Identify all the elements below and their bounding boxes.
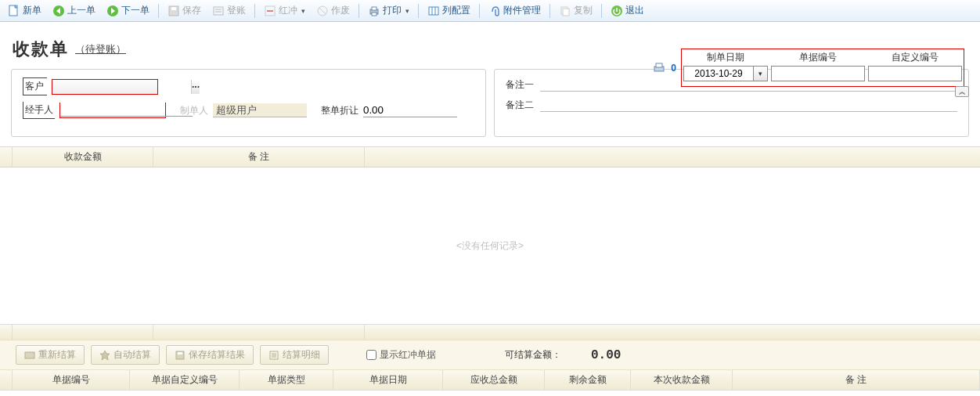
grid-empty-text: <没有任何记录>	[456, 239, 524, 253]
toolbar-separator	[358, 4, 359, 18]
handler-field[interactable]	[59, 103, 166, 118]
col-docno[interactable]: 单据编号	[13, 370, 130, 390]
col-amount[interactable]: 收款金额	[13, 147, 153, 167]
post-icon	[212, 5, 225, 17]
remark2-input[interactable]	[540, 98, 957, 112]
show-red-checkbox[interactable]: 显示红冲单据	[366, 348, 436, 362]
columns-button[interactable]: 列配置	[423, 2, 475, 19]
svg-rect-13	[563, 9, 569, 16]
discount-label: 整单折让	[321, 104, 358, 117]
autosettle-icon	[99, 350, 110, 361]
toolbar-separator	[254, 4, 255, 18]
show-red-checkbox-input[interactable]	[366, 350, 377, 360]
exit-button[interactable]: 退出	[606, 2, 649, 19]
discount-input[interactable]	[363, 103, 457, 117]
save-result-button[interactable]: 保存结算结果	[166, 345, 254, 365]
remark1-label: 备注一	[506, 78, 534, 92]
new-doc-icon	[8, 5, 20, 17]
prev-doc-button[interactable]: 上一单	[48, 2, 100, 19]
left-panel: 客户 ··· 经手人 制单人 整单折让	[11, 69, 486, 137]
toolbar-separator	[601, 4, 602, 18]
toolbar-separator	[479, 4, 480, 18]
void-icon	[316, 5, 329, 17]
red-label: 红冲	[279, 4, 297, 17]
print-label: 打印	[383, 4, 402, 17]
customer-label: 客户	[23, 77, 47, 95]
exit-label: 退出	[625, 4, 644, 17]
col-receivable[interactable]: 应收总金额	[443, 370, 545, 390]
copy-button[interactable]: 复制	[554, 2, 597, 19]
svg-rect-5	[214, 7, 223, 15]
settle-detail-button[interactable]: 结算明细	[260, 345, 329, 365]
save-result-icon	[175, 350, 186, 361]
settle-grid-header: 单据编号 单据自定义编号 单据类型 单据日期 应收总金额 剩余金额 本次收款金额…	[0, 370, 980, 391]
attach-label: 附件管理	[503, 4, 541, 17]
doc-date-picker[interactable]: ▾	[683, 66, 768, 81]
available-amount-label: 可结算金额：	[505, 348, 561, 362]
svg-rect-11	[429, 7, 438, 15]
resettle-label: 重新结算	[38, 348, 76, 362]
doc-date-input[interactable]	[683, 66, 754, 81]
settle-toolbar: 重新结算 自动结算 保存结算结果 结算明细 显示红冲单据 可结算金额： 0.00	[0, 340, 980, 370]
save-label: 保存	[182, 4, 201, 17]
main-toolbar: 新单 上一单 下一单 保存 登账 红冲 ▾ 作废 打印 ▾ 列配置 附件管理	[0, 0, 980, 22]
void-button[interactable]: 作废	[312, 2, 355, 19]
creator-label: 制单人	[180, 104, 208, 117]
svg-rect-17	[25, 352, 34, 358]
exit-icon	[611, 5, 623, 17]
autosettle-label: 自动结算	[113, 348, 151, 362]
settle-grid: 单据编号 单据自定义编号 单据类型 单据日期 应收总金额 剩余金额 本次收款金额…	[0, 370, 980, 391]
prev-doc-icon	[52, 5, 65, 17]
save-button[interactable]: 保存	[163, 2, 206, 19]
red-button[interactable]: 红冲 ▾	[259, 2, 310, 19]
row-marker-col	[0, 147, 13, 167]
col-custno[interactable]: 单据自定义编号	[130, 370, 240, 390]
customer-lookup[interactable]: ···	[52, 79, 158, 95]
col-docdate[interactable]: 单据日期	[333, 370, 443, 390]
customer-input[interactable]	[52, 80, 191, 94]
new-doc-button[interactable]: 新单	[3, 2, 46, 19]
header-right: 0 制单日期 ▾ 单据编号 自定义编号	[652, 49, 964, 87]
date-dropdown-button[interactable]: ▾	[754, 66, 768, 81]
custno-input[interactable]	[868, 66, 962, 81]
receipt-grid-body[interactable]: <没有任何记录>	[0, 167, 980, 324]
chevron-down-icon: ▾	[405, 7, 409, 15]
svg-rect-10	[372, 13, 377, 16]
svg-rect-19	[178, 352, 182, 355]
settle-detail-label: 结算明细	[283, 348, 320, 362]
attach-button[interactable]: 附件管理	[484, 2, 546, 19]
available-amount-value: 0.00	[591, 348, 621, 362]
resettle-button[interactable]: 重新结算	[16, 345, 85, 365]
collapse-button[interactable]: ︽	[955, 86, 969, 97]
red-icon	[264, 5, 276, 17]
docno-label: 单据编号	[799, 51, 837, 64]
print-small-icon[interactable]	[652, 61, 666, 75]
row-marker-col	[0, 370, 13, 390]
print-icon	[368, 5, 380, 17]
post-button[interactable]: 登账	[207, 2, 250, 19]
col-remain[interactable]: 剩余金额	[545, 370, 631, 390]
col-remark[interactable]: 备 注	[153, 147, 365, 167]
col-doctype[interactable]: 单据类型	[240, 370, 333, 390]
show-red-label: 显示红冲单据	[380, 348, 436, 362]
next-doc-button[interactable]: 下一单	[102, 2, 154, 19]
page-status[interactable]: （待登账）	[75, 42, 126, 56]
toolbar-separator	[549, 4, 550, 18]
col-thispay[interactable]: 本次收款金额	[631, 370, 733, 390]
title-row: 收款单 （待登账） 0 制单日期 ▾ 单据编号 自定义编号	[0, 22, 980, 66]
handler-input[interactable]	[60, 104, 193, 117]
date-label: 制单日期	[707, 51, 744, 64]
docno-input[interactable]	[771, 66, 865, 81]
save-icon	[168, 5, 180, 17]
col-remark2[interactable]: 备 注	[733, 370, 980, 390]
autosettle-button[interactable]: 自动结算	[91, 345, 160, 365]
custno-label: 自定义编号	[892, 51, 939, 64]
print-button[interactable]: 打印 ▾	[363, 2, 414, 19]
customer-lookup-button[interactable]: ···	[191, 80, 200, 94]
toolbar-separator	[158, 4, 159, 18]
header-fields-box: 制单日期 ▾ 单据编号 自定义编号	[681, 49, 964, 87]
svg-rect-16	[656, 63, 662, 67]
void-label: 作废	[331, 4, 350, 17]
toolbar-separator	[418, 4, 419, 18]
next-doc-icon	[106, 5, 119, 17]
